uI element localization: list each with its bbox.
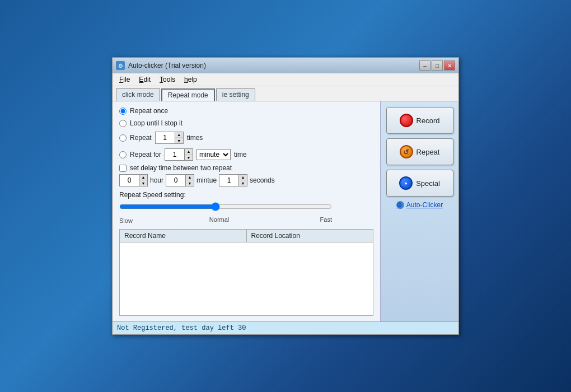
second-spin-down[interactable]: ▼ bbox=[239, 180, 247, 186]
special-icon: ● bbox=[399, 176, 413, 190]
menu-tools[interactable]: Tools bbox=[155, 74, 180, 85]
record-table: Record Name Record Location bbox=[119, 229, 373, 316]
second-spin-buttons: ▲ ▼ bbox=[239, 175, 247, 186]
menu-help[interactable]: help bbox=[180, 74, 202, 85]
repeat-icon: ↺ bbox=[400, 145, 413, 158]
app-icon: ⚙ bbox=[116, 61, 125, 70]
hour-spin-buttons: ▲ ▼ bbox=[139, 175, 147, 186]
minute-spin-up[interactable]: ▲ bbox=[186, 175, 194, 180]
second-label: seconds bbox=[250, 176, 275, 184]
speed-section: Repeat Speed setting: Slow Normal Fast bbox=[119, 191, 373, 225]
normal-label: Normal bbox=[209, 216, 229, 223]
slider-container bbox=[119, 201, 332, 214]
repeat-for-spin-down[interactable]: ▼ bbox=[185, 155, 193, 160]
table-body bbox=[120, 242, 373, 315]
minute-spin-down[interactable]: ▼ bbox=[186, 180, 194, 186]
record-label: Record bbox=[416, 116, 440, 125]
repeat-for-label: Repeat for bbox=[130, 151, 161, 158]
repeat-spin-down[interactable]: ▼ bbox=[175, 138, 183, 143]
minute-value-input[interactable] bbox=[166, 175, 186, 186]
table-header: Record Name Record Location bbox=[120, 230, 373, 242]
delay-inputs-row: ▲ ▼ hour ▲ ▼ mintue ▲ bbox=[119, 174, 373, 186]
radio-repeat-once-row: Repeat once bbox=[119, 107, 373, 115]
col-record-location: Record Location bbox=[247, 230, 373, 242]
radio-repeat-n-row: Repeat ▲ ▼ times bbox=[119, 132, 373, 144]
main-window: ⚙ Auto-clicker (Trial version) – □ ✕ Fil… bbox=[112, 57, 459, 335]
loop-label: Loop until I stop it bbox=[130, 119, 182, 127]
side-panel: Record ↺ Repeat ● Special ⚙ Auto-Clicker bbox=[380, 101, 458, 321]
menu-bar: File Edit Tools help bbox=[113, 73, 458, 86]
tab-repeat-mode[interactable]: Repeat mode bbox=[161, 88, 215, 101]
col-record-name: Record Name bbox=[120, 230, 247, 242]
repeat-once-label: Repeat once bbox=[130, 107, 168, 115]
status-bar: Not Registered, test day left 30 bbox=[113, 321, 458, 334]
hour-value-input[interactable] bbox=[120, 175, 139, 186]
repeat-for-spin-up[interactable]: ▲ bbox=[185, 149, 193, 155]
delay-checkbox[interactable] bbox=[119, 165, 127, 172]
tab-ie-setting[interactable]: ie setting bbox=[216, 88, 255, 101]
gear-icon: ⚙ bbox=[396, 201, 404, 209]
window-title: Auto-clicker (Trial version) bbox=[128, 62, 206, 69]
repeat-value-input[interactable] bbox=[156, 132, 175, 143]
speed-label: Repeat Speed setting: bbox=[119, 191, 373, 199]
special-label: Special bbox=[416, 179, 440, 188]
times-label: times bbox=[187, 134, 203, 142]
main-panel: Repeat once Loop until I stop it Repeat … bbox=[113, 101, 380, 321]
content-area: Repeat once Loop until I stop it Repeat … bbox=[113, 101, 458, 321]
repeat-btn-label: Repeat bbox=[416, 148, 440, 156]
repeat-spin: ▲ ▼ bbox=[155, 132, 184, 144]
slider-labels: Slow Normal Fast bbox=[119, 216, 332, 225]
second-spin-up[interactable]: ▲ bbox=[239, 175, 247, 180]
radio-repeat-for[interactable] bbox=[119, 151, 127, 158]
delay-checkbox-label: set delay time between two repeat bbox=[130, 164, 232, 172]
tabs: click mode Repeat mode ie setting bbox=[113, 86, 458, 101]
speed-slider[interactable] bbox=[119, 201, 332, 212]
time-label: time bbox=[234, 151, 247, 158]
radio-group: Repeat once Loop until I stop it Repeat … bbox=[119, 107, 373, 161]
title-buttons: – □ ✕ bbox=[419, 60, 455, 71]
menu-edit[interactable]: Edit bbox=[134, 74, 155, 85]
repeat-spin-buttons: ▲ ▼ bbox=[175, 132, 183, 143]
radio-repeat-once[interactable] bbox=[119, 108, 127, 115]
title-bar-left: ⚙ Auto-clicker (Trial version) bbox=[116, 61, 206, 70]
tab-click-mode[interactable]: click mode bbox=[116, 88, 160, 101]
radio-repeat-n[interactable] bbox=[119, 134, 127, 142]
record-button[interactable]: Record bbox=[386, 107, 453, 134]
close-button[interactable]: ✕ bbox=[444, 60, 455, 71]
second-spin: ▲ ▼ bbox=[219, 174, 247, 186]
delay-checkbox-row: set delay time between two repeat bbox=[119, 164, 373, 172]
status-text: Not Registered, test day left 30 bbox=[117, 324, 246, 332]
record-icon bbox=[400, 114, 413, 127]
radio-loop-row: Loop until I stop it bbox=[119, 119, 373, 127]
auto-clicker-link[interactable]: ⚙ Auto-Clicker bbox=[396, 201, 443, 209]
minute-spin-buttons: ▲ ▼ bbox=[186, 175, 194, 186]
repeat-for-spin-buttons: ▲ ▼ bbox=[185, 149, 193, 160]
slow-label: Slow bbox=[119, 217, 133, 224]
repeat-spin-up[interactable]: ▲ bbox=[175, 132, 183, 138]
minute-label: mintue bbox=[196, 176, 217, 184]
time-unit-select[interactable]: minute hour second bbox=[196, 149, 231, 160]
special-button[interactable]: ● Special bbox=[386, 170, 453, 197]
repeat-label: Repeat bbox=[130, 134, 152, 142]
hour-spin-up[interactable]: ▲ bbox=[139, 175, 147, 180]
minute-spin: ▲ ▼ bbox=[166, 174, 194, 186]
repeat-for-spin: ▲ ▼ bbox=[165, 148, 193, 161]
minimize-button[interactable]: – bbox=[419, 60, 430, 71]
repeat-for-value-input[interactable] bbox=[165, 149, 185, 160]
hour-spin: ▲ ▼ bbox=[119, 174, 148, 186]
title-bar: ⚙ Auto-clicker (Trial version) – □ ✕ bbox=[113, 58, 458, 73]
fast-label: Fast bbox=[320, 216, 332, 223]
maximize-button[interactable]: □ bbox=[432, 60, 443, 71]
auto-clicker-label: Auto-Clicker bbox=[406, 201, 443, 209]
menu-file[interactable]: File bbox=[115, 74, 134, 85]
hour-spin-down[interactable]: ▼ bbox=[139, 180, 147, 186]
second-value-input[interactable] bbox=[219, 175, 239, 186]
radio-repeat-for-row: Repeat for ▲ ▼ minute hour second time bbox=[119, 148, 373, 161]
hour-label: hour bbox=[150, 176, 163, 184]
repeat-button[interactable]: ↺ Repeat bbox=[386, 138, 453, 165]
radio-loop[interactable] bbox=[119, 120, 127, 127]
